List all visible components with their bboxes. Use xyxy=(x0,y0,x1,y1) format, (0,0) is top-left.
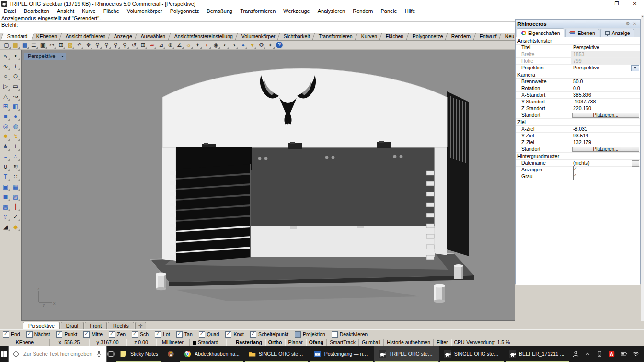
save-file-icon[interactable]: ▦ xyxy=(20,41,29,49)
group-icon[interactable]: ▣ xyxy=(0,182,11,192)
grau-checkbox[interactable] xyxy=(573,173,574,180)
tray-expand-chevron-icon[interactable] xyxy=(584,350,592,358)
command-prompt-input[interactable]: Befehl: xyxy=(0,21,515,33)
tab-kebenen[interactable]: KEbenen xyxy=(30,33,63,40)
menu-bearbeiten[interactable]: Bearbeiten xyxy=(20,8,53,15)
help-icon[interactable]: ? xyxy=(276,42,283,48)
tab-auswaehlen[interactable]: Auswählen xyxy=(135,33,172,40)
text-object-icon[interactable]: T xyxy=(0,172,11,182)
taskbar-item-chrome-abdeckhauben[interactable]: Abdeckhauben na... xyxy=(179,346,243,362)
tab-ansicht-definieren[interactable]: Ansicht definieren xyxy=(59,33,112,40)
menu-datei[interactable]: Datei xyxy=(0,8,20,15)
osnap-punkt[interactable]: Punkt xyxy=(56,331,77,338)
zoom-dynamic-icon[interactable]: ⚲ xyxy=(93,41,102,49)
cone-gray-icon[interactable]: ◢ xyxy=(0,222,11,232)
osnap-sch[interactable]: Sch xyxy=(132,331,149,338)
add-viewport-tab-icon[interactable]: ✛ xyxy=(135,322,146,329)
taskbar-search[interactable] xyxy=(8,346,107,362)
viewport-tab-rechts[interactable]: Rechts xyxy=(108,322,134,329)
set-cplane-icon[interactable]: ⊿ xyxy=(157,41,166,49)
toggle-gumball[interactable]: Gumball xyxy=(359,339,384,346)
ghosted-sphere-icon[interactable]: ◐ xyxy=(220,41,230,49)
menu-flaeche[interactable]: Fläche xyxy=(100,8,123,15)
adobe-icon[interactable] xyxy=(608,350,616,358)
viewport-layout-icon[interactable]: ⊞ xyxy=(138,41,148,49)
pan-view-icon[interactable]: ✥ xyxy=(84,41,93,49)
panel-close-icon[interactable]: ✕ xyxy=(632,21,638,26)
viewport-tab-drauf[interactable]: Drauf xyxy=(61,322,84,329)
rectangle-icon[interactable]: ▭ xyxy=(11,81,21,91)
osnap-knot[interactable]: Knot xyxy=(225,331,244,338)
taskbar-item-palette[interactable] xyxy=(162,346,179,362)
osnap-tan[interactable]: Tan xyxy=(176,331,193,338)
task-view-button[interactable] xyxy=(107,346,115,362)
platzieren-button[interactable]: Platzieren... xyxy=(572,147,639,152)
tab-transformieren[interactable]: Transformieren xyxy=(312,33,359,40)
paste-icon[interactable]: ▧ xyxy=(66,41,75,49)
point-cloud-icon[interactable]: ∷ xyxy=(11,172,21,182)
pipe-clamp-icon[interactable]: ┃ xyxy=(11,202,21,212)
tab-standard[interactable]: Standard xyxy=(0,33,34,40)
raytraced-sphere-icon[interactable]: ● xyxy=(239,41,248,49)
options-gear-icon[interactable]: ⚙ xyxy=(257,41,266,49)
minimize-button[interactable]: — xyxy=(589,0,608,8)
close-button[interactable]: ✕ xyxy=(626,0,644,8)
point-icon[interactable]: • xyxy=(11,51,21,61)
menu-hilfe[interactable]: Hilfe xyxy=(401,8,419,15)
shaded-mode-icon[interactable]: ◗ xyxy=(202,41,211,49)
deformed-solid-icon[interactable]: ◍ xyxy=(11,122,21,132)
polygon-icon[interactable]: △ xyxy=(0,91,11,102)
osnap-end[interactable]: End xyxy=(3,331,20,338)
panel-gear-icon[interactable]: ⚙ xyxy=(624,21,632,27)
print-icon[interactable]: ☰ xyxy=(29,41,38,49)
tab-eigenschaften[interactable]: Eigenschaften xyxy=(517,28,564,37)
menu-transformieren[interactable]: Transformieren xyxy=(236,8,279,15)
copy-objects-icon[interactable]: ▦ xyxy=(11,182,21,192)
zoom-extents-icon[interactable]: ⚲ xyxy=(120,41,129,49)
toggle-historie[interactable]: Historie aufnehmen xyxy=(384,339,434,346)
extrude-icon[interactable]: ⇧ xyxy=(0,212,11,222)
open-file-icon[interactable]: ▤ xyxy=(11,41,20,49)
browse-button[interactable]: ... xyxy=(632,160,639,167)
taskbar-item-mail-posteingang[interactable]: Posteingang — ne... xyxy=(309,346,374,362)
anzeigen-checkbox[interactable] xyxy=(573,166,574,173)
command-scrollbar[interactable]: ▲ xyxy=(641,15,644,321)
cone-gold-icon[interactable]: ◆ xyxy=(11,222,21,232)
blend-curve-icon[interactable]: ≋ xyxy=(11,162,21,172)
microphone-icon[interactable] xyxy=(95,351,103,358)
osnap-tracking-icon[interactable]: ⌖ xyxy=(266,41,275,49)
layer-field[interactable]: Standard xyxy=(190,339,226,346)
scroll-up-icon[interactable]: ▲ xyxy=(641,15,644,18)
osnap-scheitelpunkt[interactable]: Scheitelpunkt xyxy=(250,331,288,338)
hatch-icon[interactable]: ▨ xyxy=(11,192,21,202)
boolean-ops-icon[interactable]: ◒ xyxy=(0,152,11,162)
measure-icon[interactable]: ∡ xyxy=(175,41,184,49)
circle-icon[interactable]: ○ xyxy=(0,71,11,81)
toggle-smarttrack[interactable]: SmartTrack xyxy=(327,339,359,346)
toggle-planar[interactable]: Planar xyxy=(285,339,306,346)
toggle-rasterfang[interactable]: Rasterfang xyxy=(233,339,265,346)
torus-icon[interactable]: ◎ xyxy=(0,122,11,132)
viewport-tab-perspektive[interactable]: Perspektive xyxy=(23,322,60,329)
arc-icon[interactable]: ▷ xyxy=(0,81,11,91)
tab-ansichtsfenstereinstellung[interactable]: Ansichtsfenstereinstellung xyxy=(168,33,239,40)
tab-sichtbarkeit[interactable]: Sichtbarkeit xyxy=(277,33,317,40)
taskbar-item-sticky-notes[interactable]: Sticky Notes xyxy=(115,346,162,362)
restore-button[interactable]: ❐ xyxy=(608,0,626,8)
people-icon[interactable] xyxy=(572,350,580,358)
menu-bemassung[interactable]: Bemaßung xyxy=(203,8,236,15)
box-icon[interactable]: ■ xyxy=(0,112,11,122)
menu-werkzeuge[interactable]: Werkzeuge xyxy=(279,8,313,15)
taskbar-item-rhino-single-ohg[interactable]: SINGLE OHG steck... xyxy=(439,346,505,362)
freeform-curve-icon[interactable]: ↝ xyxy=(11,91,21,102)
tab-volumenkoerper[interactable]: Volumenkörper xyxy=(235,33,282,40)
spheres-icon[interactable]: ● xyxy=(11,112,21,122)
menu-panele[interactable]: Panele xyxy=(377,8,401,15)
surface-patch-icon[interactable]: ◧ xyxy=(11,102,21,112)
viewport-title-dropdown[interactable]: Perspektive ▾ xyxy=(24,53,66,60)
cut-icon[interactable]: ✂ xyxy=(47,41,57,49)
osnap-quad[interactable]: Quad xyxy=(199,331,219,338)
toggle-ofang[interactable]: Ofang xyxy=(306,339,327,346)
copy-view-icon[interactable]: ▣ xyxy=(38,41,47,49)
viewport-canvas-3d-model[interactable] xyxy=(22,50,515,320)
